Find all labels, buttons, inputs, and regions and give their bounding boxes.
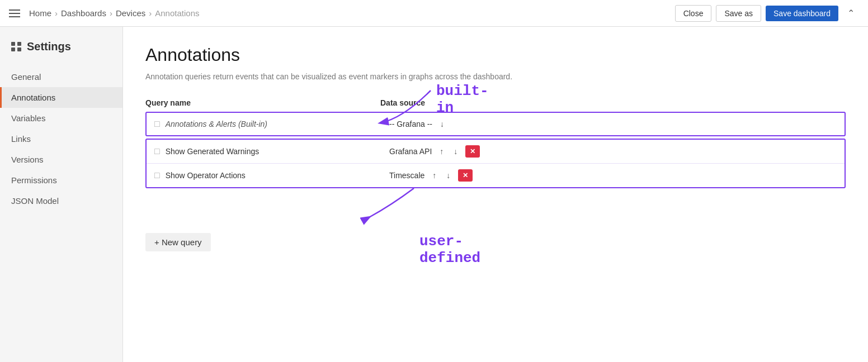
annotation-icon-user2: □ — [154, 170, 160, 180]
breadcrumb-sep-2: › — [110, 8, 112, 18]
user-row-1-up-arrow[interactable]: ↑ — [437, 146, 446, 157]
sidebar-item-json-model[interactable]: JSON Model — [0, 190, 122, 211]
save-dashboard-button[interactable]: Save dashboard — [766, 6, 838, 21]
breadcrumb: Home › Dashboards › Devices › Annotation… — [29, 8, 200, 18]
page-title: Annotations — [145, 45, 846, 65]
main-content: Annotations Annotation queries return ev… — [123, 27, 868, 362]
breadcrumb-sep-3: › — [149, 8, 152, 18]
save-as-button[interactable]: Save as — [716, 5, 761, 22]
sidebar: Settings General Annotations Variables L… — [0, 27, 123, 362]
table-header: Query name Data source — [145, 98, 846, 112]
user-row-1-delete-button[interactable]: ✕ — [465, 145, 480, 158]
annotation-icon-builtin: □ — [154, 119, 160, 129]
breadcrumb-sep-1: › — [55, 8, 58, 18]
user-row-2-right: Timescale ↑ ↓ ✕ — [389, 169, 837, 182]
user-row-2-delete-button[interactable]: ✕ — [458, 169, 473, 182]
annotation-icon-user1: □ — [154, 146, 160, 156]
userdefined-callout-text: user-defined — [419, 233, 480, 266]
userdefined-arrow-svg — [347, 183, 436, 227]
topbar-right: Close Save as Save dashboard ⌃ — [675, 4, 859, 22]
user-row-1-down-arrow[interactable]: ↓ — [451, 146, 460, 157]
sidebar-item-general[interactable]: General — [0, 66, 122, 87]
close-button[interactable]: Close — [675, 5, 712, 22]
annotations-table: Query name Data source □ Annotations & A… — [145, 98, 846, 251]
col-datasource-header: Data source — [380, 98, 846, 107]
topbar-left: Home › Dashboards › Devices › Annotation… — [9, 8, 200, 18]
new-query-label: + New query — [154, 237, 202, 247]
rows-wrapper: □ Annotations & Alerts (Built-in) -- Gra… — [145, 112, 846, 188]
layout: Settings General Annotations Variables L… — [0, 27, 868, 362]
user-row-1-name: Show Generated Warnings — [166, 147, 260, 156]
hamburger-menu[interactable] — [9, 9, 20, 17]
breadcrumb-dashboards[interactable]: Dashboards — [61, 8, 106, 18]
collapse-button[interactable]: ⌃ — [843, 4, 859, 22]
user-row-2-name: Show Operator Actions — [166, 171, 246, 180]
grid-icon — [11, 42, 21, 51]
sidebar-title-text: Settings — [27, 40, 71, 53]
col-query-name-header: Query name — [145, 98, 380, 107]
builtin-annotation-row[interactable]: □ Annotations & Alerts (Built-in) -- Gra… — [145, 112, 846, 136]
topbar: Home › Dashboards › Devices › Annotation… — [0, 0, 868, 27]
sidebar-item-links[interactable]: Links — [0, 128, 122, 149]
breadcrumb-current: Annotations — [155, 8, 199, 18]
builtin-down-arrow[interactable]: ↓ — [438, 118, 446, 130]
user-row-1-right: Grafana API ↑ ↓ ✕ — [389, 145, 837, 158]
page-description: Annotation queries return events that ca… — [145, 71, 537, 83]
user-row-2-datasource: Timescale — [389, 171, 424, 180]
breadcrumb-devices[interactable]: Devices — [116, 8, 145, 18]
user-row-2-left: □ Show Operator Actions — [154, 170, 389, 180]
user-annotation-row-2[interactable]: □ Show Operator Actions Timescale ↑ ↓ ✕ — [147, 164, 845, 187]
sidebar-title: Settings — [0, 40, 122, 66]
userdefined-annotation-group: □ Show Generated Warnings Grafana API ↑ … — [145, 139, 846, 188]
builtin-datasource: -- Grafana -- — [389, 120, 432, 128]
user-row-1-left: □ Show Generated Warnings — [154, 146, 389, 156]
user-row-2-down-arrow[interactable]: ↓ — [444, 170, 452, 181]
new-query-button[interactable]: + New query — [145, 233, 211, 251]
user-row-2-up-arrow[interactable]: ↑ — [430, 170, 438, 181]
breadcrumb-home[interactable]: Home — [29, 8, 51, 18]
builtin-row-left: □ Annotations & Alerts (Built-in) — [154, 119, 389, 129]
builtin-row-name: Annotations & Alerts (Built-in) — [166, 120, 267, 128]
sidebar-nav: General Annotations Variables Links Vers… — [0, 66, 122, 211]
sidebar-item-versions[interactable]: Versions — [0, 149, 122, 170]
sidebar-item-annotations[interactable]: Annotations — [0, 87, 122, 108]
user-row-1-datasource: Grafana API — [389, 147, 432, 156]
user-annotation-row-1[interactable]: □ Show Generated Warnings Grafana API ↑ … — [147, 140, 845, 164]
sidebar-item-variables[interactable]: Variables — [0, 108, 122, 128]
sidebar-item-permissions[interactable]: Permissions — [0, 170, 122, 190]
builtin-row-right: -- Grafana -- ↓ — [389, 118, 837, 130]
